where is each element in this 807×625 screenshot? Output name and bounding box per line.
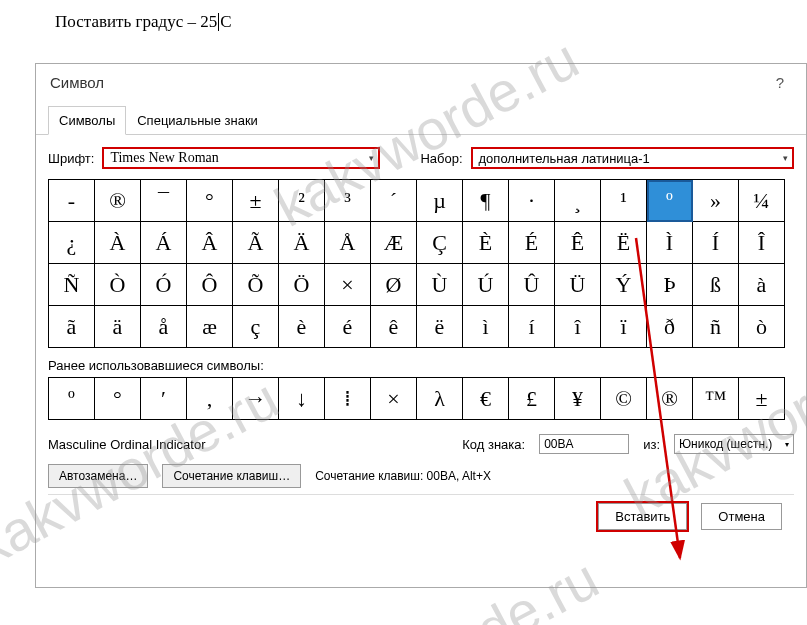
- symbol-cell[interactable]: Ê: [555, 222, 601, 264]
- symbol-cell[interactable]: ä: [95, 306, 141, 348]
- symbol-cell[interactable]: Ü: [555, 264, 601, 306]
- symbol-cell[interactable]: å: [141, 306, 187, 348]
- help-button[interactable]: ?: [776, 74, 792, 91]
- cancel-button[interactable]: Отмена: [701, 503, 782, 530]
- symbol-cell[interactable]: Ý: [601, 264, 647, 306]
- symbol-cell[interactable]: Á: [141, 222, 187, 264]
- symbol-cell[interactable]: ë: [417, 306, 463, 348]
- symbol-cell[interactable]: Ë: [601, 222, 647, 264]
- symbol-cell[interactable]: ·: [509, 180, 555, 222]
- symbol-cell[interactable]: Ä: [279, 222, 325, 264]
- from-combo[interactable]: Юникод (шестн.) ▾: [674, 434, 794, 454]
- symbol-cell[interactable]: Î: [739, 222, 785, 264]
- symbol-dialog: Символ ? Символы Специальные знаки Шрифт…: [35, 63, 807, 588]
- symbol-cell[interactable]: î: [555, 306, 601, 348]
- symbol-cell[interactable]: ñ: [693, 306, 739, 348]
- symbol-cell[interactable]: ¿: [49, 222, 95, 264]
- symbol-cell[interactable]: Õ: [233, 264, 279, 306]
- symbol-cell[interactable]: Å: [325, 222, 371, 264]
- symbol-cell[interactable]: Í: [693, 222, 739, 264]
- symbol-cell[interactable]: ò: [739, 306, 785, 348]
- symbol-cell[interactable]: Ñ: [49, 264, 95, 306]
- symbol-cell[interactable]: ß: [693, 264, 739, 306]
- recent-symbol-cell[interactable]: ‚: [187, 378, 233, 420]
- symbol-cell[interactable]: ã: [49, 306, 95, 348]
- recent-symbol-cell[interactable]: ±: [739, 378, 785, 420]
- symbol-cell[interactable]: µ: [417, 180, 463, 222]
- symbol-cell[interactable]: »: [693, 180, 739, 222]
- insert-button[interactable]: Вставить: [598, 503, 687, 530]
- symbol-cell[interactable]: ¶: [463, 180, 509, 222]
- recent-symbol-cell[interactable]: ™: [693, 378, 739, 420]
- recent-symbol-cell[interactable]: º: [49, 378, 95, 420]
- recent-symbol-cell[interactable]: °: [95, 378, 141, 420]
- symbol-cell[interactable]: è: [279, 306, 325, 348]
- symbol-cell[interactable]: ®: [95, 180, 141, 222]
- chevron-down-icon: ▾: [785, 440, 789, 449]
- recent-symbol-cell[interactable]: ×: [371, 378, 417, 420]
- chevron-down-icon: ▾: [369, 153, 374, 163]
- symbol-cell[interactable]: À: [95, 222, 141, 264]
- symbol-cell[interactable]: ç: [233, 306, 279, 348]
- symbol-cell[interactable]: Æ: [371, 222, 417, 264]
- shortcut-button[interactable]: Сочетание клавиш…: [162, 464, 301, 488]
- set-combo[interactable]: дополнительная латиница-1 ▾: [471, 147, 794, 169]
- symbol-cell[interactable]: -: [49, 180, 95, 222]
- recent-symbol-cell[interactable]: ¥: [555, 378, 601, 420]
- recent-symbol-cell[interactable]: ⁞: [325, 378, 371, 420]
- recent-symbol-cell[interactable]: ↓: [279, 378, 325, 420]
- recent-label: Ранее использовавшиеся символы:: [48, 358, 794, 373]
- recent-symbol-cell[interactable]: £: [509, 378, 555, 420]
- recent-grid: º°′‚→↓⁞×λ€£¥©®™±: [48, 377, 785, 420]
- symbol-cell[interactable]: Ö: [279, 264, 325, 306]
- symbol-cell[interactable]: ´: [371, 180, 417, 222]
- symbol-cell[interactable]: æ: [187, 306, 233, 348]
- autocorrect-button[interactable]: Автозамена…: [48, 464, 148, 488]
- code-input[interactable]: [539, 434, 629, 454]
- symbol-cell[interactable]: É: [509, 222, 555, 264]
- symbol-cell[interactable]: ¼: [739, 180, 785, 222]
- symbol-cell[interactable]: Ó: [141, 264, 187, 306]
- symbol-cell[interactable]: Û: [509, 264, 555, 306]
- symbol-cell[interactable]: ×: [325, 264, 371, 306]
- symbol-cell[interactable]: Ù: [417, 264, 463, 306]
- symbol-cell[interactable]: ²: [279, 180, 325, 222]
- symbol-cell[interactable]: Ò: [95, 264, 141, 306]
- symbol-cell[interactable]: ¯: [141, 180, 187, 222]
- tab-symbols[interactable]: Символы: [48, 106, 126, 135]
- symbol-cell[interactable]: Ã: [233, 222, 279, 264]
- recent-symbol-cell[interactable]: ′: [141, 378, 187, 420]
- symbol-cell[interactable]: Ô: [187, 264, 233, 306]
- symbol-cell[interactable]: í: [509, 306, 555, 348]
- symbol-cell[interactable]: °: [187, 180, 233, 222]
- symbol-cell[interactable]: Ú: [463, 264, 509, 306]
- recent-symbol-cell[interactable]: ©: [601, 378, 647, 420]
- symbol-cell[interactable]: ¸: [555, 180, 601, 222]
- recent-symbol-cell[interactable]: →: [233, 378, 279, 420]
- recent-symbol-cell[interactable]: €: [463, 378, 509, 420]
- symbol-cell[interactable]: ï: [601, 306, 647, 348]
- symbol-cell[interactable]: Ø: [371, 264, 417, 306]
- symbol-cell[interactable]: ð: [647, 306, 693, 348]
- symbol-cell[interactable]: Ç: [417, 222, 463, 264]
- symbol-cell[interactable]: º: [647, 180, 693, 222]
- symbol-cell[interactable]: È: [463, 222, 509, 264]
- tab-special[interactable]: Специальные знаки: [126, 106, 269, 135]
- symbol-cell[interactable]: Â: [187, 222, 233, 264]
- font-combo[interactable]: Times New Roman ▾: [102, 147, 380, 169]
- font-label: Шрифт:: [48, 151, 94, 166]
- symbol-cell[interactable]: ê: [371, 306, 417, 348]
- code-label: Код знака:: [462, 437, 525, 452]
- symbol-cell[interactable]: ì: [463, 306, 509, 348]
- symbol-cell[interactable]: ±: [233, 180, 279, 222]
- symbol-cell[interactable]: Ì: [647, 222, 693, 264]
- symbol-cell[interactable]: ¹: [601, 180, 647, 222]
- from-label: из:: [643, 437, 660, 452]
- recent-symbol-cell[interactable]: ®: [647, 378, 693, 420]
- symbol-cell[interactable]: Þ: [647, 264, 693, 306]
- symbol-cell[interactable]: ³: [325, 180, 371, 222]
- symbol-cell[interactable]: à: [739, 264, 785, 306]
- symbol-grid: -®¯°±²³´µ¶·¸¹º»¼¿ÀÁÂÃÄÅÆÇÈÉÊËÌÍÎÑÒÓÔÕÖ×Ø…: [48, 179, 785, 348]
- symbol-cell[interactable]: é: [325, 306, 371, 348]
- recent-symbol-cell[interactable]: λ: [417, 378, 463, 420]
